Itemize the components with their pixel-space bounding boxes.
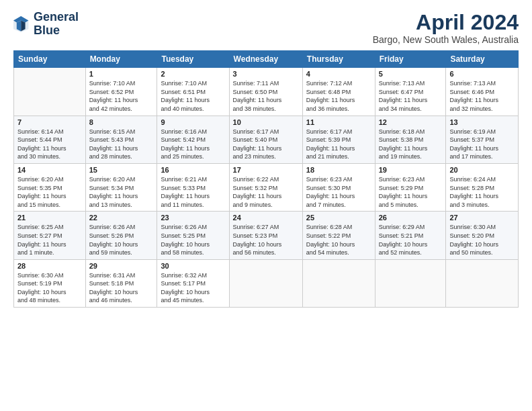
day-number: 11 xyxy=(306,118,371,126)
day-info: Sunrise: 6:24 AM Sunset: 5:28 PM Dayligh… xyxy=(449,175,515,209)
day-number: 15 xyxy=(89,166,154,174)
calendar-cell: 6Sunrise: 7:13 AM Sunset: 6:46 PM Daylig… xyxy=(446,68,519,116)
day-info: Sunrise: 6:31 AM Sunset: 5:18 PM Dayligh… xyxy=(89,271,154,305)
title-block: April 2024 Bargo, New South Wales, Austr… xyxy=(373,11,519,45)
day-info: Sunrise: 6:17 AM Sunset: 5:40 PM Dayligh… xyxy=(233,128,299,161)
logo: General Blue xyxy=(13,11,79,38)
weekday-header-wednesday: Wednesday xyxy=(229,51,302,68)
week-row-5: 28Sunrise: 6:30 AM Sunset: 5:19 PM Dayli… xyxy=(14,259,519,307)
day-number: 9 xyxy=(161,118,225,126)
calendar-cell xyxy=(229,259,302,307)
calendar-cell: 5Sunrise: 7:13 AM Sunset: 6:47 PM Daylig… xyxy=(375,68,446,116)
day-number: 4 xyxy=(306,70,371,78)
logo-icon xyxy=(13,15,30,34)
day-info: Sunrise: 6:27 AM Sunset: 5:23 PM Dayligh… xyxy=(233,223,299,257)
day-number: 23 xyxy=(161,214,225,222)
day-info: Sunrise: 7:13 AM Sunset: 6:46 PM Dayligh… xyxy=(449,79,515,113)
day-number: 30 xyxy=(161,262,225,270)
weekday-header-friday: Friday xyxy=(375,51,446,68)
day-info: Sunrise: 6:30 AM Sunset: 5:20 PM Dayligh… xyxy=(449,223,515,257)
calendar-cell: 29Sunrise: 6:31 AM Sunset: 5:18 PM Dayli… xyxy=(85,259,157,307)
day-number: 21 xyxy=(17,214,82,222)
page: General Blue April 2024 Bargo, New South… xyxy=(0,0,532,411)
calendar-cell: 9Sunrise: 6:16 AM Sunset: 5:42 PM Daylig… xyxy=(157,116,229,163)
calendar-cell xyxy=(446,259,519,307)
day-number: 20 xyxy=(449,166,515,174)
day-info: Sunrise: 6:32 AM Sunset: 5:17 PM Dayligh… xyxy=(161,271,225,305)
calendar-cell: 22Sunrise: 6:26 AM Sunset: 5:26 PM Dayli… xyxy=(85,212,157,259)
day-number: 27 xyxy=(449,214,515,222)
day-number: 3 xyxy=(233,70,299,78)
day-number: 14 xyxy=(17,166,82,174)
calendar-cell: 12Sunrise: 6:18 AM Sunset: 5:38 PM Dayli… xyxy=(375,116,446,163)
calendar-cell: 28Sunrise: 6:30 AM Sunset: 5:19 PM Dayli… xyxy=(14,259,86,307)
week-row-4: 21Sunrise: 6:25 AM Sunset: 5:27 PM Dayli… xyxy=(14,212,519,259)
day-number: 17 xyxy=(233,166,299,174)
calendar-cell: 24Sunrise: 6:27 AM Sunset: 5:23 PM Dayli… xyxy=(229,212,302,259)
calendar-cell: 4Sunrise: 7:12 AM Sunset: 6:48 PM Daylig… xyxy=(302,68,375,116)
weekday-header-monday: Monday xyxy=(85,51,157,68)
calendar-cell: 19Sunrise: 6:23 AM Sunset: 5:29 PM Dayli… xyxy=(375,163,446,211)
calendar-cell: 26Sunrise: 6:29 AM Sunset: 5:21 PM Dayli… xyxy=(375,212,446,259)
day-info: Sunrise: 6:28 AM Sunset: 5:22 PM Dayligh… xyxy=(306,223,371,257)
day-number: 25 xyxy=(306,214,371,222)
weekday-header-tuesday: Tuesday xyxy=(157,51,229,68)
calendar-cell: 13Sunrise: 6:19 AM Sunset: 5:37 PM Dayli… xyxy=(446,116,519,163)
weekday-header-saturday: Saturday xyxy=(446,51,519,68)
day-info: Sunrise: 6:19 AM Sunset: 5:37 PM Dayligh… xyxy=(449,128,515,161)
day-info: Sunrise: 6:26 AM Sunset: 5:25 PM Dayligh… xyxy=(161,223,225,257)
day-info: Sunrise: 7:12 AM Sunset: 6:48 PM Dayligh… xyxy=(306,79,371,113)
day-number: 5 xyxy=(379,70,443,78)
day-info: Sunrise: 6:20 AM Sunset: 5:34 PM Dayligh… xyxy=(89,175,154,209)
day-info: Sunrise: 6:30 AM Sunset: 5:19 PM Dayligh… xyxy=(17,271,82,305)
day-number: 2 xyxy=(161,70,225,78)
weekday-header-sunday: Sunday xyxy=(14,51,86,68)
day-info: Sunrise: 6:25 AM Sunset: 5:27 PM Dayligh… xyxy=(17,223,82,257)
week-row-3: 14Sunrise: 6:20 AM Sunset: 5:35 PM Dayli… xyxy=(14,163,519,211)
day-number: 1 xyxy=(89,70,154,78)
calendar-cell: 20Sunrise: 6:24 AM Sunset: 5:28 PM Dayli… xyxy=(446,163,519,211)
day-info: Sunrise: 6:16 AM Sunset: 5:42 PM Dayligh… xyxy=(161,128,225,161)
calendar-cell: 10Sunrise: 6:17 AM Sunset: 5:40 PM Dayli… xyxy=(229,116,302,163)
calendar-cell: 14Sunrise: 6:20 AM Sunset: 5:35 PM Dayli… xyxy=(14,163,86,211)
calendar-cell: 7Sunrise: 6:14 AM Sunset: 5:44 PM Daylig… xyxy=(14,116,86,163)
day-info: Sunrise: 6:23 AM Sunset: 5:29 PM Dayligh… xyxy=(379,175,443,209)
calendar-cell: 21Sunrise: 6:25 AM Sunset: 5:27 PM Dayli… xyxy=(14,212,86,259)
day-number: 12 xyxy=(379,118,443,126)
day-info: Sunrise: 6:26 AM Sunset: 5:26 PM Dayligh… xyxy=(89,223,154,257)
day-number: 28 xyxy=(17,262,82,270)
day-info: Sunrise: 7:10 AM Sunset: 6:52 PM Dayligh… xyxy=(89,79,154,113)
week-row-2: 7Sunrise: 6:14 AM Sunset: 5:44 PM Daylig… xyxy=(14,116,519,163)
calendar-cell: 1Sunrise: 7:10 AM Sunset: 6:52 PM Daylig… xyxy=(85,68,157,116)
logo-text: General Blue xyxy=(34,11,79,38)
calendar-cell: 11Sunrise: 6:17 AM Sunset: 5:39 PM Dayli… xyxy=(302,116,375,163)
day-info: Sunrise: 6:29 AM Sunset: 5:21 PM Dayligh… xyxy=(379,223,443,257)
day-info: Sunrise: 6:23 AM Sunset: 5:30 PM Dayligh… xyxy=(306,175,371,209)
calendar-cell: 17Sunrise: 6:22 AM Sunset: 5:32 PM Dayli… xyxy=(229,163,302,211)
day-number: 8 xyxy=(89,118,154,126)
calendar-cell: 8Sunrise: 6:15 AM Sunset: 5:43 PM Daylig… xyxy=(85,116,157,163)
day-number: 24 xyxy=(233,214,299,222)
week-row-1: 1Sunrise: 7:10 AM Sunset: 6:52 PM Daylig… xyxy=(14,68,519,116)
day-info: Sunrise: 7:13 AM Sunset: 6:47 PM Dayligh… xyxy=(379,79,443,113)
calendar-cell: 18Sunrise: 6:23 AM Sunset: 5:30 PM Dayli… xyxy=(302,163,375,211)
day-info: Sunrise: 6:14 AM Sunset: 5:44 PM Dayligh… xyxy=(17,128,82,161)
calendar-cell: 27Sunrise: 6:30 AM Sunset: 5:20 PM Dayli… xyxy=(446,212,519,259)
day-number: 7 xyxy=(17,118,82,126)
day-info: Sunrise: 6:22 AM Sunset: 5:32 PM Dayligh… xyxy=(233,175,299,209)
calendar-cell: 25Sunrise: 6:28 AM Sunset: 5:22 PM Dayli… xyxy=(302,212,375,259)
day-info: Sunrise: 6:20 AM Sunset: 5:35 PM Dayligh… xyxy=(17,175,82,209)
calendar-cell: 2Sunrise: 7:10 AM Sunset: 6:51 PM Daylig… xyxy=(157,68,229,116)
day-info: Sunrise: 7:10 AM Sunset: 6:51 PM Dayligh… xyxy=(161,79,225,113)
calendar-cell: 16Sunrise: 6:21 AM Sunset: 5:33 PM Dayli… xyxy=(157,163,229,211)
calendar-cell: 15Sunrise: 6:20 AM Sunset: 5:34 PM Dayli… xyxy=(85,163,157,211)
day-number: 16 xyxy=(161,166,225,174)
day-number: 10 xyxy=(233,118,299,126)
calendar-cell: 3Sunrise: 7:11 AM Sunset: 6:50 PM Daylig… xyxy=(229,68,302,116)
day-number: 29 xyxy=(89,262,154,270)
calendar-cell xyxy=(14,68,86,116)
day-number: 18 xyxy=(306,166,371,174)
calendar-cell: 30Sunrise: 6:32 AM Sunset: 5:17 PM Dayli… xyxy=(157,259,229,307)
day-info: Sunrise: 6:15 AM Sunset: 5:43 PM Dayligh… xyxy=(89,128,154,161)
day-info: Sunrise: 6:21 AM Sunset: 5:33 PM Dayligh… xyxy=(161,175,225,209)
